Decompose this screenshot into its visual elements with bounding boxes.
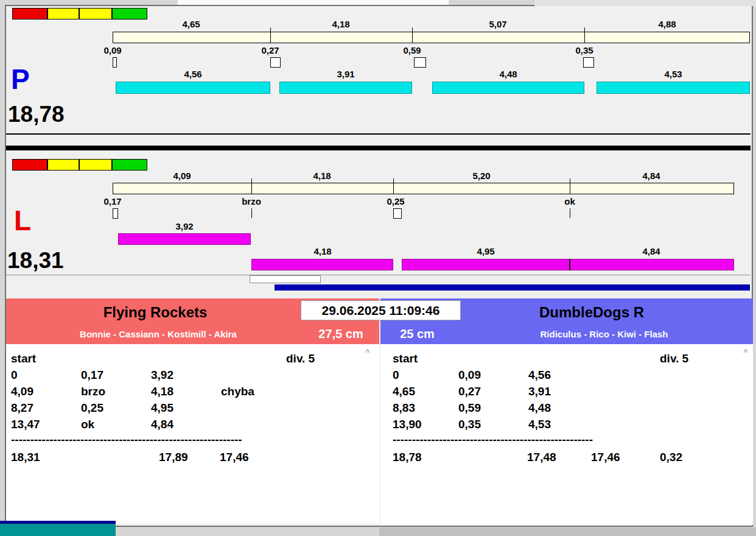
lane-p-light-yellow2 — [79, 8, 112, 19]
table-cell: 13,90 — [393, 418, 422, 431]
lane-p-change-box[interactable] — [113, 57, 117, 68]
table-total: 0,32 — [660, 451, 682, 464]
team-right-lineup: Ridiculus - Rico - Kiwi - Flash — [466, 329, 743, 339]
table-cell: 3,91 — [528, 385, 551, 398]
lane-p-change-box[interactable] — [583, 57, 594, 68]
table-cell: brzo — [81, 385, 105, 398]
lane-l-light-yellow2 — [79, 159, 112, 171]
lane-l-change-tick — [570, 208, 570, 218]
table-cell: 0,35 — [458, 418, 481, 431]
team-left-name: Flying Rockets — [6, 304, 304, 321]
lane-p-change-time: 0,09 — [85, 45, 140, 55]
table-header-start: start — [393, 352, 418, 365]
lane-l-dog-time: 4,84 — [624, 246, 679, 256]
table-cell: 4,95 — [151, 401, 173, 415]
lane-p-change-time: 0,35 — [557, 45, 612, 55]
leg-divider — [412, 32, 413, 43]
table-separator: ----------------------------------------… — [11, 433, 242, 446]
lane-l-change-tick — [251, 208, 252, 218]
dog-bar-divider — [569, 259, 570, 270]
status-mini-bar — [250, 275, 321, 283]
taskbar-fragment[interactable] — [0, 521, 116, 536]
table-cell: 0 — [11, 368, 18, 382]
table-total: 17,48 — [527, 451, 556, 464]
lane-p-change-time: 0,27 — [243, 45, 298, 55]
background-window-fragment-top-right — [534, 0, 756, 6]
table-cell: 8,83 — [393, 401, 415, 415]
table-cell: 3,92 — [151, 368, 173, 382]
lane-p-dog-time: 4,48 — [481, 69, 536, 79]
table-cell: 4,18 — [151, 385, 173, 398]
leg-tick — [412, 27, 413, 32]
table-total: 17,46 — [591, 451, 620, 464]
table-total: 17,89 — [159, 451, 188, 464]
table-header-start: start — [11, 352, 36, 365]
leg-divider — [270, 32, 271, 43]
leg-tick — [584, 27, 585, 32]
lane-l-bottom-line — [6, 275, 751, 275]
lane-l-dog-bar — [118, 233, 251, 245]
lane-p-dog-bar — [116, 82, 270, 94]
lane-l-dog-time: 4,18 — [295, 246, 350, 256]
lane-l-change-time: brzo — [224, 196, 279, 206]
lane-p-light-yellow1 — [47, 8, 79, 19]
lane-p-leg-bar — [113, 32, 750, 43]
lane-l-change-box[interactable] — [113, 208, 118, 219]
lane-l-leg-time: 5,20 — [454, 171, 509, 181]
lane-p-change-box[interactable] — [414, 57, 426, 68]
table-cell: 4,65 — [393, 385, 415, 398]
lane-p-total-time: 18,78 — [8, 102, 65, 127]
team-left-height: 27,5 cm — [304, 327, 377, 341]
lane-p-dog-time: 4,53 — [646, 69, 701, 79]
lane-p-leg-time: 4,65 — [164, 19, 219, 29]
leg-tick — [393, 178, 394, 183]
lane-divider-bar — [6, 146, 751, 150]
lane-p-change-box[interactable] — [270, 57, 281, 68]
leg-divider — [251, 183, 252, 194]
lane-l-dog-time: 3,92 — [157, 221, 212, 231]
lane-l-leg-time: 4,84 — [624, 171, 679, 181]
lane-p-light-red — [12, 8, 47, 19]
leg-divider — [570, 183, 570, 194]
table-cell: 8,27 — [11, 401, 33, 415]
lane-l-leg-time: 4,09 — [155, 171, 209, 181]
lane-l-dog-bar — [402, 259, 570, 270]
lane-p-leg-time: 4,88 — [640, 19, 695, 29]
lane-l-dog-bar — [570, 259, 734, 270]
timestamp-box: 29.06.2025 11:09:46 — [301, 300, 461, 320]
leg-tick — [570, 178, 570, 183]
lane-p-dog-time: 3,91 — [318, 69, 373, 79]
lane-l-change-time: 0,25 — [368, 196, 423, 206]
lane-l-dog-bar — [251, 259, 393, 270]
table-cell: 0,25 — [81, 401, 103, 415]
flyball-timing-screen: { "timestamp": "29.06.2025 11:09:46", "l… — [0, 0, 756, 536]
table-header-division: div. 5 — [286, 352, 315, 365]
lane-l-total-time: 18,31 — [7, 248, 64, 273]
table-cell: 0 — [393, 368, 399, 382]
lane-l-change-time: ok — [542, 196, 597, 206]
leg-tick — [251, 178, 252, 183]
lane-p-dog-bar — [432, 82, 584, 94]
table-cell: ok — [81, 418, 94, 431]
scroll-up-icon[interactable]: ^ — [743, 347, 748, 356]
lane-l-light-yellow1 — [47, 159, 79, 171]
table-cell: 0,27 — [458, 385, 481, 398]
lane-p-leg-time: 5,07 — [471, 19, 525, 29]
background-gray-bottom-right — [379, 527, 756, 536]
table-cell: 4,09 — [11, 385, 33, 398]
lane-l-light-green — [112, 159, 147, 171]
table-cell: chyba — [221, 385, 254, 398]
scroll-up-icon[interactable]: ^ — [365, 347, 370, 356]
table-cell: 4,56 — [528, 368, 551, 382]
table-cell: 0,59 — [458, 401, 481, 415]
lane-l-leg-time: 4,18 — [295, 171, 349, 181]
lane-l-change-time: 0,17 — [85, 196, 140, 206]
leg-divider — [584, 32, 585, 43]
lane-l-change-box[interactable] — [393, 208, 402, 219]
table-cell: 0,09 — [458, 368, 481, 382]
table-cell: 4,84 — [151, 418, 173, 431]
lane-l-letter: L — [14, 204, 31, 237]
table-cell: 4,53 — [528, 418, 551, 431]
lane-p-leg-time: 4,18 — [313, 19, 368, 29]
table-total: 18,31 — [11, 451, 40, 464]
